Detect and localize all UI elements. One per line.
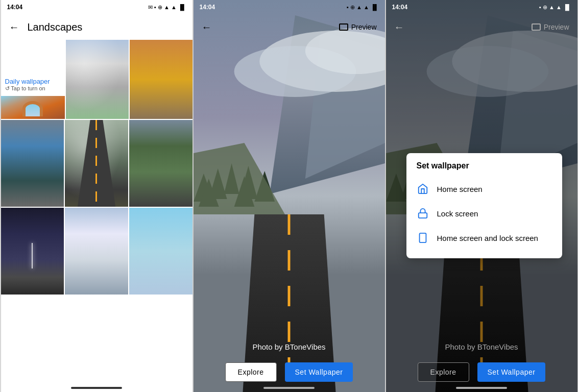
home-indicator-3 [456,387,507,389]
preview-label-3: Preview [544,23,569,31]
preview-top-bar-2: ← Preview [194,14,385,40]
wallpaper-lake[interactable] [1,120,64,207]
status-bar-2: 14:04 ▪ ⊕ ▲ ▲ ▐▌ [194,0,385,14]
page-title-landscapes: Landscapes [28,21,83,33]
status-icons-2: ▪ ⊕ ▲ ▲ ▐▌ [347,4,378,11]
time-1: 14:04 [7,4,23,11]
dialog-title: Set wallpaper [406,161,562,177]
battery-icon: ▐▌ [178,4,186,10]
time-3: 14:04 [392,4,408,11]
preview-background [194,0,385,392]
wallpaper-road-fog[interactable] [65,120,128,207]
wallpaper-grid: Daily wallpaper ↺ Tap to turn on [1,40,192,392]
phone-landscapes: 14:04 ✉ ▪ ⊕ ▲ ▲ ▐▌ ← Landscapes Daily wa… [1,0,193,392]
connectivity-icons-2: ⊕ ▲ ▲ [350,4,369,11]
preview-top-bar-3: ← Preview [386,14,577,40]
photo-credit-3: Photo by BToneVibes [386,342,577,351]
connectivity-icons-3: ⊕ ▲ ▲ [543,4,562,11]
bottom-actions-2: Explore Set Wallpaper [194,362,385,382]
both-screens-icon [417,232,429,244]
top-bar-landscapes: ← Landscapes [1,14,192,40]
preview-label-2: Preview [351,23,377,31]
phone-preview: 14:04 ▪ ⊕ ▲ ▲ ▐▌ ← Preview Photo by BTon… [193,0,386,392]
phone-set-wallpaper: 14:04 ▪ ⊕ ▲ ▲ ▐▌ ← Preview Photo by BTon… [386,0,578,392]
battery-icon-2: ▐▌ [371,4,379,10]
home-screen-icon [417,183,429,195]
status-icons-1: ✉ ▪ ⊕ ▲ ▲ ▐▌ [148,4,186,11]
set-wallpaper-dialog: Set wallpaper Home screen Lock screen [406,153,562,258]
explore-button-2[interactable]: Explore [225,362,277,382]
both-screens-label: Home screen and lock screen [437,234,538,242]
option-lock-screen[interactable]: Lock screen [406,201,562,226]
back-button-3[interactable]: ← [394,21,404,33]
home-indicator-1 [71,387,122,389]
battery-icon-3: ▐▌ [563,4,571,10]
status-bar-1: 14:04 ✉ ▪ ⊕ ▲ ▲ ▐▌ [1,0,192,14]
notification-icons: ✉ ▪ [148,4,156,11]
back-button-1[interactable]: ← [9,21,19,33]
wallpaper-mountain-dark[interactable] [1,208,64,295]
option-both-screens[interactable]: Home screen and lock screen [406,226,562,250]
preview-icon-2 [339,23,348,31]
svg-rect-32 [419,233,426,242]
lock-screen-label: Lock screen [437,209,478,218]
wallpaper-mountain-snow[interactable] [66,40,129,119]
bottom-actions-3: Explore Set Wallpaper [386,362,577,382]
notification-icons-3: ▪ [539,4,541,10]
set-wallpaper-button-2[interactable]: Set Wallpaper [285,362,353,382]
connectivity-icons: ⊕ ▲ ▲ [158,4,177,11]
preview-button-3[interactable]: Preview [532,23,569,31]
svg-point-22 [426,46,548,97]
status-icons-3: ▪ ⊕ ▲ ▲ ▐▌ [539,4,571,11]
explore-button-3[interactable]: Explore [418,362,469,382]
notification-icons-2: ▪ [347,4,349,10]
preview-button-2[interactable]: Preview [339,23,377,31]
photo-credit-2: Photo by BToneVibes [194,342,385,351]
time-2: 14:04 [200,4,215,11]
status-bar-3: 14:04 ▪ ⊕ ▲ ▲ ▐▌ [386,0,577,14]
svg-rect-31 [418,213,427,218]
home-screen-label: Home screen [437,185,483,193]
preview-icon-3 [532,23,541,31]
option-home-screen[interactable]: Home screen [406,177,562,201]
home-indicator-2 [263,387,315,389]
grid-row-2 [1,120,192,207]
tap-to-turn-label[interactable]: ↺ Tap to turn on [5,85,61,92]
daily-wallpaper-label: Daily wallpaper [5,78,61,85]
wallpaper-road-desert[interactable] [130,40,192,119]
wallpaper-snowy-pines[interactable] [65,208,128,295]
back-button-2[interactable]: ← [202,21,212,33]
wallpaper-mountain-autumn[interactable] [129,120,192,207]
grid-row-1: Daily wallpaper ↺ Tap to turn on [1,40,192,119]
fog-overlay [66,40,129,119]
set-wallpaper-button-3[interactable]: Set Wallpaper [477,362,546,382]
lock-screen-icon [417,207,429,219]
wallpaper-arch[interactable] [1,96,65,119]
featured-top: Daily wallpaper ↺ Tap to turn on [1,40,65,96]
grid-row-3 [1,208,192,295]
wallpaper-sky-blue[interactable] [129,208,192,295]
scene-svg [194,0,385,392]
featured-cell[interactable]: Daily wallpaper ↺ Tap to turn on [1,40,65,119]
